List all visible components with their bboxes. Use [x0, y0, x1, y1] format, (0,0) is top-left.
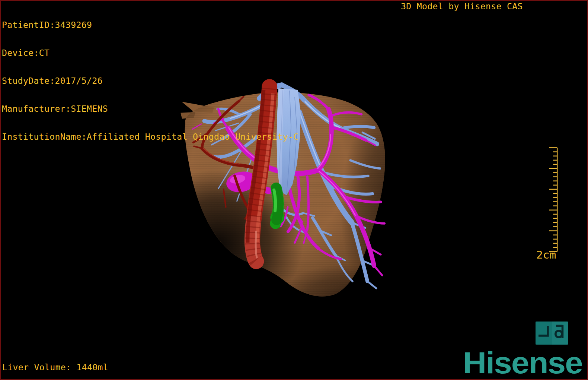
device: Device:CT	[2, 48, 299, 58]
patient-id: PatientID:3439269	[2, 20, 299, 30]
viewer-window: PatientID:3439269 Device:CT StudyDate:20…	[0, 0, 588, 380]
manufacturer: Manufacturer:SIEMENS	[2, 104, 299, 114]
hisense-wordmark: Hisense	[463, 348, 582, 378]
hisense-logo-icon	[535, 321, 569, 345]
watermark-title: 3D Model by Hisense CAS	[401, 2, 523, 11]
liver-volume-readout: Liver Volume: 1440ml	[2, 363, 108, 372]
institution-name: InstitutionName:Affiliated Hospital Qing…	[2, 132, 299, 142]
patient-info-block: PatientID:3439269 Device:CT StudyDate:20…	[2, 2, 299, 160]
scale-ruler	[549, 148, 557, 251]
study-date: StudyDate:2017/5/26	[2, 76, 299, 86]
scale-bar-label: 2cm	[536, 250, 556, 260]
